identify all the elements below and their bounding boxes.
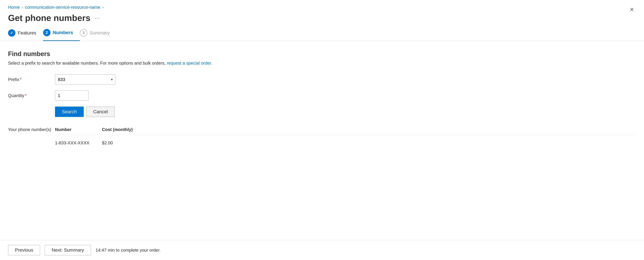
prefix-select-wrapper: 833 800 844 855 866 877 888 ▾ (55, 74, 116, 85)
quantity-required: * (25, 93, 27, 98)
search-button[interactable]: Search (55, 107, 84, 117)
table-headers: Number Cost (monthly) (55, 127, 636, 135)
quantity-input[interactable] (55, 91, 88, 101)
results-section: Your phone number(s) Number Cost (monthl… (8, 127, 636, 148)
step-features-check: ✓ (10, 31, 14, 35)
results-container: Your phone number(s) Number Cost (monthl… (8, 127, 636, 148)
step-features[interactable]: ✓ Features (8, 25, 43, 41)
footer-note: 14:47 min to complete your order. (96, 248, 160, 253)
col-header-number: Number (55, 127, 102, 132)
prefix-row: Prefix* 833 800 844 855 866 877 888 ▾ (8, 74, 636, 85)
header: Home › communication-service-resource-na… (0, 0, 644, 24)
col-header-cost: Cost (monthly) (102, 127, 142, 132)
prefix-label: Prefix* (8, 77, 55, 82)
step-numbers-label: Numbers (53, 30, 73, 35)
breadcrumb-sep-2: › (102, 5, 104, 9)
description-text: Select a prefix to search for available … (8, 61, 167, 66)
page-title-row: Get phone numbers ··· (8, 13, 636, 23)
steps: ✓ Features 2 Numbers 3 Summary (8, 24, 636, 41)
step-numbers-num: 2 (46, 30, 48, 35)
steps-container: ✓ Features 2 Numbers 3 Summary (0, 24, 644, 41)
step-numbers[interactable]: 2 Numbers (43, 24, 80, 41)
find-numbers-description: Select a prefix to search for available … (8, 61, 636, 66)
results-label: Your phone number(s) (8, 127, 55, 132)
breadcrumb-resource[interactable]: communication-service-resource-name (25, 5, 100, 10)
footer: Previous Next: Summary 14:47 min to comp… (0, 240, 644, 260)
find-numbers-title: Find numbers (8, 50, 636, 58)
cell-number: 1-833-XXX-XXXX (55, 140, 102, 145)
next-summary-button[interactable]: Next: Summary (45, 245, 91, 255)
quantity-label: Quantity* (8, 93, 55, 98)
special-order-link[interactable]: request a special order. (167, 61, 212, 66)
prefix-select[interactable]: 833 800 844 855 866 877 888 (55, 74, 116, 85)
step-numbers-circle: 2 (43, 29, 50, 36)
step-summary-circle: 3 (80, 29, 87, 37)
cancel-button[interactable]: Cancel (86, 107, 115, 117)
step-features-label: Features (18, 30, 36, 36)
page-container: Home › communication-service-resource-na… (0, 0, 644, 260)
page-title: Get phone numbers (8, 13, 90, 23)
step-summary-label: Summary (90, 30, 110, 36)
more-options-button[interactable]: ··· (94, 15, 100, 21)
breadcrumb: Home › communication-service-resource-na… (8, 5, 636, 10)
step-summary-num: 3 (82, 31, 84, 35)
step-summary[interactable]: 3 Summary (80, 25, 116, 41)
main-content: Find numbers Select a prefix to search f… (0, 41, 644, 240)
close-button[interactable]: × (630, 6, 634, 13)
breadcrumb-home[interactable]: Home (8, 5, 20, 10)
breadcrumb-sep-1: › (22, 5, 23, 9)
step-features-circle: ✓ (8, 29, 16, 37)
search-cancel-row: Search Cancel (55, 107, 636, 117)
cell-cost: $2.00 (102, 140, 142, 145)
table-row: 1-833-XXX-XXXX $2.00 (55, 138, 636, 148)
prefix-required: * (20, 77, 22, 82)
previous-button[interactable]: Previous (8, 245, 40, 255)
quantity-row: Quantity* (8, 91, 636, 101)
results-table: Number Cost (monthly) 1-833-XXX-XXXX $2.… (55, 127, 636, 148)
